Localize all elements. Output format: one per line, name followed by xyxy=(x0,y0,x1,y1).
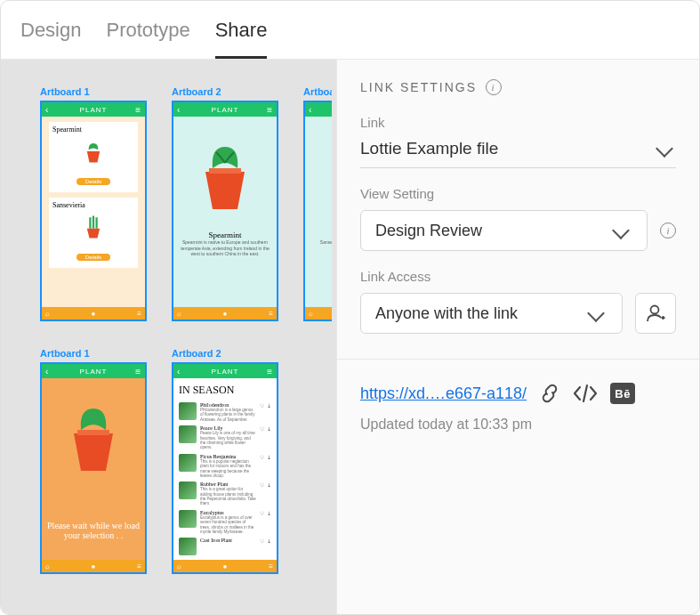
embed-button[interactable] xyxy=(573,384,598,403)
mock-footer: ⌕●≡ xyxy=(305,307,332,320)
mock-header: ‹ PLANT ≡ xyxy=(305,102,332,117)
heart-icon: ♡ xyxy=(260,454,264,460)
tab-share[interactable]: Share xyxy=(215,1,268,59)
heart-icon: ♡ xyxy=(260,425,264,432)
view-setting-label: View Setting xyxy=(360,186,676,201)
info-icon[interactable]: i xyxy=(486,79,502,95)
artboard-title: Artboard 2 xyxy=(172,348,278,359)
mock-footer: ⌕●≡ xyxy=(173,560,277,572)
chevron-down-icon xyxy=(656,140,673,158)
plant-large-icon xyxy=(319,133,332,222)
copy-link-button[interactable] xyxy=(539,383,560,404)
heart-icon: ♡ xyxy=(260,510,264,516)
user-plus-icon xyxy=(645,303,666,324)
mode-tabs: Design Prototype Share xyxy=(1,1,699,60)
artboard-title: Artboard xyxy=(303,86,332,97)
plant-thumb-icon xyxy=(179,454,197,472)
plant-thumb-icon xyxy=(179,538,197,555)
artboard[interactable]: Artboard 2 ‹ PLANT ≡ xyxy=(172,86,278,321)
embed-icon xyxy=(573,384,598,403)
artboard-title: Artboard 1 xyxy=(40,86,147,97)
download-icon: ⤓ xyxy=(267,402,271,409)
download-icon: ⤓ xyxy=(267,510,271,516)
plant-thumb-icon xyxy=(179,402,197,420)
list-item: Ficus BenjaminaThis is a popular neglect… xyxy=(173,452,277,481)
list-item: Cast Iron Plant♡⤓ xyxy=(173,536,277,557)
chevron-down-icon xyxy=(612,222,630,239)
list-item: PhilodendronPhilodendron is a large genu… xyxy=(173,401,277,424)
mock-footer: ⌕●≡ xyxy=(42,307,145,320)
artboard-title: Artboard 2 xyxy=(172,86,278,97)
download-icon: ⤓ xyxy=(267,454,271,460)
mock-header: ‹ PLANT ≡ xyxy=(42,102,145,117)
artboard[interactable]: Artboard 2 ‹ PLANT ≡ IN SEASON Philodend… xyxy=(172,348,278,574)
link-access-select[interactable]: Anyone with the link xyxy=(360,293,623,334)
artboard-title: Artboard 1 xyxy=(40,348,147,359)
list-item: Rubber PlantThis is a great option for a… xyxy=(173,480,277,508)
mock-header: ‹ PLANT ≡ xyxy=(173,364,277,378)
download-icon: ⤓ xyxy=(267,538,271,544)
artboard[interactable]: Artboard 1 ‹ PLANT ≡ Spearmint xyxy=(40,86,147,321)
plant-large-icon xyxy=(188,133,262,222)
heart-icon: ♡ xyxy=(260,481,264,488)
panel-header: LINK SETTINGS xyxy=(360,80,477,94)
link-label: Link xyxy=(360,115,676,130)
svg-rect-0 xyxy=(209,168,241,174)
updated-text: Updated today at 10:33 pm xyxy=(360,417,676,433)
mock-footer: ⌕●≡ xyxy=(42,560,145,572)
link-dropdown[interactable]: Lottie Example file xyxy=(360,139,676,168)
canvas[interactable]: Artboard 1 ‹ PLANT ≡ Spearmint xyxy=(1,60,336,614)
invite-user-button[interactable] xyxy=(635,293,676,334)
plant-icon xyxy=(77,211,109,243)
list-item: Peace LilyPeace Lily is one of my all ti… xyxy=(173,424,277,452)
link-access-label: Link Access xyxy=(360,269,676,284)
share-panel: LINK SETTINGS i Link Lottie Example file… xyxy=(336,60,699,614)
tab-prototype[interactable]: Prototype xyxy=(106,1,189,59)
mock-footer: ⌕●≡ xyxy=(173,307,277,320)
plant-thumb-icon xyxy=(179,481,197,499)
behance-button[interactable]: Bē xyxy=(610,383,635,404)
svg-point-2 xyxy=(651,306,659,314)
link-icon xyxy=(539,383,560,404)
view-setting-select[interactable]: Design Review xyxy=(360,210,648,251)
behance-icon: Bē xyxy=(615,387,631,401)
download-icon: ⤓ xyxy=(267,481,271,488)
mock-header: ‹ PLANT ≡ xyxy=(42,364,145,378)
list-item: EucalyptusEucalyptus is a genus of over … xyxy=(173,508,277,537)
heart-icon: ♡ xyxy=(260,402,264,409)
chevron-down-icon xyxy=(587,304,605,322)
plant-large-icon xyxy=(56,394,131,483)
tab-design[interactable]: Design xyxy=(20,1,81,59)
artboard[interactable]: Artboard ‹ PLANT ≡ S xyxy=(303,86,332,321)
artboard[interactable]: Artboard 1 ‹ PLANT ≡ xyxy=(40,348,147,574)
plant-thumb-icon xyxy=(179,425,197,443)
download-icon: ⤓ xyxy=(267,425,271,432)
heart-icon: ♡ xyxy=(260,538,264,544)
mock-header: ‹ PLANT ≡ xyxy=(173,102,277,117)
svg-rect-1 xyxy=(77,430,109,435)
plant-thumb-icon xyxy=(179,510,197,528)
info-icon[interactable]: i xyxy=(660,223,676,239)
plant-icon xyxy=(77,135,109,167)
share-url-link[interactable]: https://xd.…e667-a118/ xyxy=(360,384,527,403)
